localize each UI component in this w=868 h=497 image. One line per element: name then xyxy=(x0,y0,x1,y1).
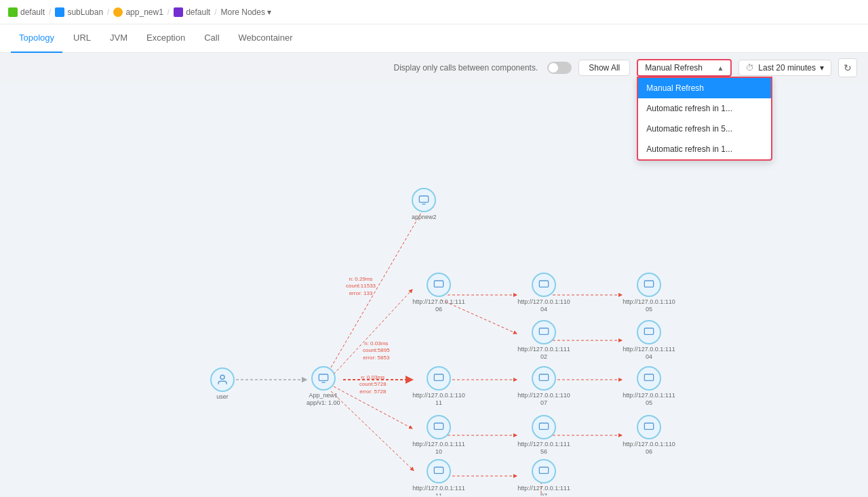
node-n13[interactable]: http://127.0.0.1:11197 xyxy=(517,459,571,496)
node-n11[interactable]: http://127.0.0.1:11006 xyxy=(622,415,676,456)
node-user[interactable]: user xyxy=(210,367,235,401)
refresh-dropdown-container: Manual Refresh ▲ Manual Refresh Automati… xyxy=(637,59,732,77)
node-n6[interactable]: http://127.0.0.1:11011 xyxy=(412,366,466,407)
time-label: Last 20 minutes xyxy=(758,63,816,73)
breadcrumb-subluban[interactable]: subLuban xyxy=(55,7,103,17)
breadcrumb-app[interactable]: app_new1 xyxy=(113,7,163,17)
node-circle-n13 xyxy=(532,459,556,483)
node-n1[interactable]: http://127.0.0.1:11106 xyxy=(412,273,466,313)
tag-icon xyxy=(174,7,183,17)
display-label: Display only calls between components. xyxy=(393,63,538,73)
node-circle-n5 xyxy=(637,320,661,344)
breadcrumb-subluban-label: subLuban xyxy=(67,7,103,17)
svg-rect-27 xyxy=(434,374,443,380)
tab-jvm[interactable]: JVM xyxy=(102,24,136,53)
reload-icon: ↻ xyxy=(844,62,852,73)
svg-line-5 xyxy=(331,391,414,471)
node-circle-n7 xyxy=(532,366,556,391)
node-label-n3: http://127.0.0.1:11005 xyxy=(622,298,676,313)
display-toggle[interactable] xyxy=(547,62,572,74)
node-label-n10: http://127.0.0.1:11156 xyxy=(517,441,571,456)
toolbar: Display only calls between components. S… xyxy=(0,53,868,83)
refresh-dropdown-button[interactable]: Manual Refresh ▲ xyxy=(637,59,732,77)
more-nodes-dropdown[interactable]: More Nodes ▾ xyxy=(221,7,271,17)
breadcrumb-sep-1: / xyxy=(49,7,51,17)
refresh-chevron-icon: ▲ xyxy=(717,64,724,72)
node-label-n1: http://127.0.0.1:11106 xyxy=(412,298,466,313)
svg-rect-31 xyxy=(539,423,548,429)
node-label-n11: http://127.0.0.1:11006 xyxy=(622,441,676,456)
tab-url[interactable]: URL xyxy=(65,24,99,53)
node-circle-n1 xyxy=(427,273,451,297)
svg-line-2 xyxy=(334,290,412,374)
node-n12[interactable]: http://127.0.0.1:11111 xyxy=(412,459,466,496)
node-circle-n12 xyxy=(427,459,451,483)
node-circle-n8 xyxy=(637,366,661,391)
tab-topology[interactable]: Topology xyxy=(11,24,62,53)
breadcrumb-tag[interactable]: default xyxy=(174,7,210,17)
refresh-option-10min[interactable]: Automatic refresh in 1... xyxy=(638,139,771,159)
node-app-new1[interactable]: App_new1app/v1: 1.00 xyxy=(307,366,340,407)
node-label-n6: http://127.0.0.1:11011 xyxy=(412,392,466,407)
node-circle-user xyxy=(210,367,235,392)
node-label-n13: http://127.0.0.1:11197 xyxy=(517,485,571,496)
time-chevron-icon: ▾ xyxy=(820,63,824,73)
breadcrumb-sep-2: / xyxy=(107,7,109,17)
breadcrumb-tag-label: default xyxy=(186,7,210,17)
refresh-option-1min[interactable]: Automatic refresh in 1... xyxy=(638,98,771,119)
tab-call[interactable]: Call xyxy=(196,24,227,53)
refresh-option-manual[interactable]: Manual Refresh xyxy=(638,78,771,98)
svg-point-17 xyxy=(220,375,224,379)
node-n9[interactable]: http://127.0.0.1:11110 xyxy=(412,415,466,456)
tab-bar: Topology URL JVM Exception Call Webconta… xyxy=(0,24,868,53)
node-circle-n2 xyxy=(532,273,556,297)
node-circle-n3 xyxy=(637,273,661,297)
refresh-btn-label: Manual Refresh xyxy=(645,63,703,73)
node-circle-n11 xyxy=(637,415,661,439)
node-n8[interactable]: http://127.0.0.1:11105 xyxy=(622,366,676,407)
svg-rect-18 xyxy=(319,374,328,380)
default-icon xyxy=(8,7,18,17)
breadcrumb-default-label: default xyxy=(20,7,45,17)
refresh-option-5min[interactable]: Automatic refresh in 5... xyxy=(638,119,771,139)
breadcrumb-sep-3: / xyxy=(167,7,170,17)
node-n5[interactable]: http://127.0.0.1:11104 xyxy=(622,320,676,361)
node-label-user: user xyxy=(216,393,229,401)
app-icon xyxy=(113,7,123,17)
clock-icon: ⏱ xyxy=(746,63,754,73)
svg-rect-20 xyxy=(420,196,429,202)
node-label-n8: http://127.0.0.1:11105 xyxy=(622,392,676,407)
svg-rect-22 xyxy=(434,281,443,287)
node-n3[interactable]: http://127.0.0.1:11005 xyxy=(622,273,676,313)
node-circle-n6 xyxy=(427,366,451,391)
breadcrumb-app-label: app_new1 xyxy=(125,7,163,17)
reload-button[interactable]: ↻ xyxy=(838,58,857,77)
node-n2[interactable]: http://127.0.0.1:11004 xyxy=(517,273,571,313)
folder-icon xyxy=(55,7,64,17)
svg-rect-34 xyxy=(539,467,548,473)
edge-label-1: n: 0.29mscount:11533error: 133 xyxy=(346,276,376,297)
tab-exception[interactable]: Exception xyxy=(138,24,193,53)
refresh-dropdown-menu: Manual Refresh Automatic refresh in 1...… xyxy=(637,77,772,161)
svg-rect-32 xyxy=(644,423,653,429)
node-appnew2[interactable]: appnew2 xyxy=(412,188,437,221)
time-selector[interactable]: ⏱ Last 20 minutes ▾ xyxy=(738,60,831,76)
node-n4[interactable]: http://127.0.0.1:11102 xyxy=(517,320,571,361)
tab-webcontainer[interactable]: Webcontainer xyxy=(231,24,301,53)
node-circle-n4 xyxy=(532,320,556,344)
node-label-n7: http://127.0.0.1:11007 xyxy=(517,392,571,407)
node-circle-n10 xyxy=(532,415,556,439)
node-circle-app-new1 xyxy=(311,366,336,391)
node-n7[interactable]: http://127.0.0.1:11007 xyxy=(517,366,571,407)
node-label-n4: http://127.0.0.1:11102 xyxy=(517,346,571,361)
svg-rect-26 xyxy=(644,328,653,334)
node-label-n5: http://127.0.0.1:11104 xyxy=(622,346,676,361)
svg-rect-33 xyxy=(434,467,443,473)
node-label-n9: http://127.0.0.1:11110 xyxy=(412,441,466,456)
svg-rect-23 xyxy=(539,281,548,287)
breadcrumb-default[interactable]: default xyxy=(8,7,45,17)
more-nodes-label: More Nodes xyxy=(221,7,265,17)
node-n10[interactable]: http://127.0.0.1:11156 xyxy=(517,415,571,456)
breadcrumb: default / subLuban / app_new1 / default … xyxy=(0,0,868,24)
show-all-button[interactable]: Show All xyxy=(578,60,630,76)
